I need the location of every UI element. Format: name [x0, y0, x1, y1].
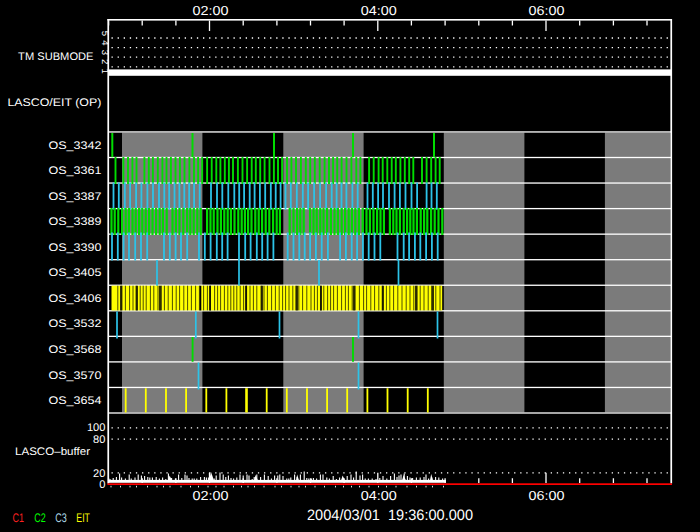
- svg-text:1: 1: [99, 68, 110, 73]
- svg-text:2004/03/01 19:36:00.000: 2004/03/01 19:36:00.000: [307, 507, 473, 524]
- svg-text:EIT: EIT: [76, 511, 90, 525]
- svg-text:2: 2: [99, 59, 110, 64]
- svg-text:OS_3570: OS_3570: [48, 370, 101, 382]
- svg-text:02:00: 02:00: [193, 488, 229, 503]
- svg-text:3: 3: [99, 50, 110, 55]
- svg-text:C3: C3: [55, 511, 67, 525]
- svg-text:TM SUBMODE: TM SUBMODE: [18, 51, 93, 63]
- svg-text:LASCO/EIT (OP): LASCO/EIT (OP): [7, 97, 101, 109]
- svg-text:OS_3361: OS_3361: [48, 165, 101, 177]
- svg-text:C2: C2: [34, 511, 46, 525]
- svg-text:OS_3532: OS_3532: [48, 318, 101, 330]
- svg-text:4: 4: [99, 40, 110, 45]
- svg-text:OS_3390: OS_3390: [48, 242, 101, 254]
- svg-text:OS_3568: OS_3568: [48, 344, 101, 356]
- svg-text:06:00: 06:00: [529, 488, 565, 503]
- svg-text:06:00: 06:00: [529, 3, 565, 18]
- svg-text:C1: C1: [13, 511, 25, 525]
- svg-text:04:00: 04:00: [361, 488, 397, 503]
- svg-text:OS_3406: OS_3406: [48, 293, 101, 305]
- svg-text:LASCO–buffer: LASCO–buffer: [15, 446, 90, 458]
- svg-text:OS_3405: OS_3405: [48, 267, 101, 279]
- svg-text:5: 5: [99, 31, 110, 36]
- svg-text:0: 0: [99, 479, 105, 491]
- svg-text:OS_3654: OS_3654: [48, 395, 101, 407]
- svg-text:04:00: 04:00: [361, 3, 397, 18]
- svg-text:02:00: 02:00: [193, 3, 229, 18]
- svg-text:OS_3387: OS_3387: [48, 191, 101, 203]
- svg-text:80: 80: [93, 434, 105, 446]
- svg-text:100: 100: [87, 422, 106, 434]
- svg-text:OS_3389: OS_3389: [48, 216, 101, 228]
- svg-text:OS_3342: OS_3342: [48, 140, 101, 152]
